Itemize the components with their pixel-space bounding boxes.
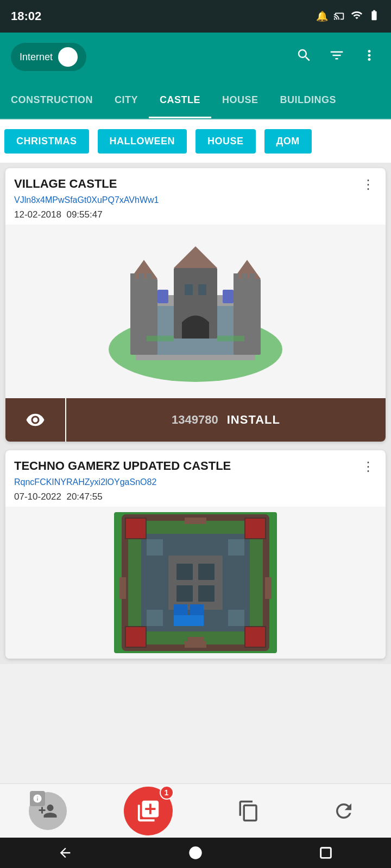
svg-rect-15 <box>157 290 168 303</box>
refresh-icon <box>332 800 355 822</box>
svg-rect-20 <box>217 336 244 341</box>
svg-rect-43 <box>228 539 244 556</box>
filter-icon[interactable] <box>326 44 348 70</box>
tab-construction[interactable]: CONSTRUCTION <box>0 81 104 118</box>
castle-svg-1 <box>103 230 288 393</box>
svg-rect-46 <box>185 518 206 524</box>
app-bar: Internet <box>0 33 391 81</box>
card-link-1[interactable]: VJln8x4MPwSfaGt0XuPQ7xAVhWw1 <box>5 194 386 207</box>
svg-rect-34 <box>176 564 193 580</box>
android-nav <box>0 838 391 868</box>
eye-icon <box>26 410 45 430</box>
copy-icon <box>237 800 260 822</box>
svg-rect-9 <box>147 273 152 282</box>
svg-marker-14 <box>174 246 217 268</box>
card-date-2: 07-10-2022 20:47:55 <box>5 489 386 507</box>
bottom-nav: 1 <box>0 783 391 838</box>
svg-rect-29 <box>126 519 146 538</box>
card-title-2: TECHNO GAMERZ UPDATED CASTLE <box>14 459 360 473</box>
svg-rect-45 <box>228 610 244 626</box>
card-menu-1[interactable]: ⋮ <box>360 177 377 192</box>
svg-rect-47 <box>185 641 206 648</box>
svg-rect-3 <box>130 279 157 355</box>
card-header-1: VILLAGE CASTLE ⋮ <box>5 168 386 194</box>
svg-rect-7 <box>130 273 136 282</box>
card-title-1: VILLAGE CASTLE <box>14 177 360 191</box>
content-area: VILLAGE CASTLE ⋮ VJln8x4MPwSfaGt0XuPQ7xA… <box>0 163 391 664</box>
nav-icon-inbox-bg: 1 <box>124 787 173 835</box>
svg-rect-12 <box>250 273 255 282</box>
svg-rect-31 <box>126 627 146 647</box>
btn-install-1[interactable]: 1349780 INSTALL <box>66 398 386 442</box>
status-time: 18:02 <box>11 9 41 23</box>
info-icon <box>33 794 42 803</box>
tab-city[interactable]: CITY <box>104 81 149 118</box>
install-count-1: 1349780 <box>172 413 218 427</box>
svg-rect-49 <box>265 577 272 599</box>
svg-rect-30 <box>245 519 265 538</box>
android-back[interactable] <box>52 839 79 866</box>
svg-rect-4 <box>234 279 261 355</box>
tag-chips: CHRISTMAS HALLOWEEN HOUSE ДОМ <box>0 119 391 163</box>
card-link-2[interactable]: RqncFCKINYRAHZyxi2lOYgaSnO82 <box>5 476 386 489</box>
android-home[interactable] <box>182 839 209 866</box>
chip-house[interactable]: HOUSE <box>195 129 256 154</box>
info-badge <box>30 791 45 806</box>
svg-rect-19 <box>147 336 174 341</box>
nav-inbox[interactable]: 1 <box>124 787 173 835</box>
status-icons: 🔔 <box>316 9 380 24</box>
chip-dom[interactable]: ДОМ <box>264 129 312 154</box>
internet-toggle[interactable]: Internet <box>11 43 86 71</box>
svg-rect-17 <box>185 284 193 295</box>
svg-rect-36 <box>176 585 193 602</box>
inbox-badge: 1 <box>160 786 174 800</box>
chip-christmas[interactable]: CHRISTMAS <box>4 129 89 154</box>
card-date-1: 12-02-2018 09:55:47 <box>5 207 386 225</box>
category-tabs: CONSTRUCTION CITY CASTLE HOUSE BUILDINGS <box>0 81 391 119</box>
tab-buildings[interactable]: BUILDINGS <box>269 81 348 118</box>
back-icon <box>58 845 73 860</box>
battery-icon <box>368 9 380 24</box>
svg-rect-8 <box>138 273 144 282</box>
android-recents[interactable] <box>312 839 339 866</box>
tab-castle[interactable]: CASTLE <box>149 81 211 118</box>
nav-icon-copy-bg <box>230 792 268 830</box>
card-actions-1: 1349780 INSTALL <box>5 398 386 442</box>
svg-rect-44 <box>147 610 163 626</box>
chip-halloween[interactable]: HALLOWEEN <box>98 129 187 154</box>
nav-refresh[interactable] <box>325 792 363 830</box>
svg-rect-40 <box>174 615 204 626</box>
card-header-2: TECHNO GAMERZ UPDATED CASTLE ⋮ <box>5 450 386 476</box>
card-menu-2[interactable]: ⋮ <box>360 459 377 474</box>
svg-rect-32 <box>245 627 265 647</box>
castle-map-svg <box>114 512 277 653</box>
wifi-icon <box>351 9 363 24</box>
svg-rect-48 <box>119 577 126 599</box>
svg-rect-16 <box>223 290 234 303</box>
alert-icon: 🔔 <box>316 10 328 22</box>
nav-icon-refresh-bg <box>325 792 363 830</box>
recents-icon <box>318 845 333 860</box>
cast-icon <box>333 9 345 24</box>
tab-house[interactable]: HOUSE <box>211 81 269 118</box>
inbox-icon <box>136 799 161 824</box>
btn-eye-1[interactable] <box>5 398 65 442</box>
home-circle-icon <box>188 845 203 860</box>
toggle-label: Internet <box>20 52 53 63</box>
nav-copy[interactable] <box>230 792 268 830</box>
nav-add-person[interactable] <box>29 792 67 830</box>
svg-rect-42 <box>147 539 163 556</box>
card-image-2 <box>5 507 386 659</box>
svg-rect-10 <box>234 273 239 282</box>
card-techno-castle: TECHNO GAMERZ UPDATED CASTLE ⋮ RqncFCKIN… <box>5 450 386 659</box>
svg-rect-11 <box>242 273 247 282</box>
status-bar: 18:02 🔔 <box>0 0 391 33</box>
install-label-1: INSTALL <box>227 413 280 427</box>
svg-rect-35 <box>198 564 215 580</box>
toggle-knob <box>58 47 78 67</box>
more-icon[interactable] <box>358 44 380 70</box>
search-icon[interactable] <box>293 44 315 70</box>
svg-rect-18 <box>198 284 206 295</box>
card-image-1 <box>5 225 386 398</box>
svg-rect-51 <box>321 848 331 858</box>
